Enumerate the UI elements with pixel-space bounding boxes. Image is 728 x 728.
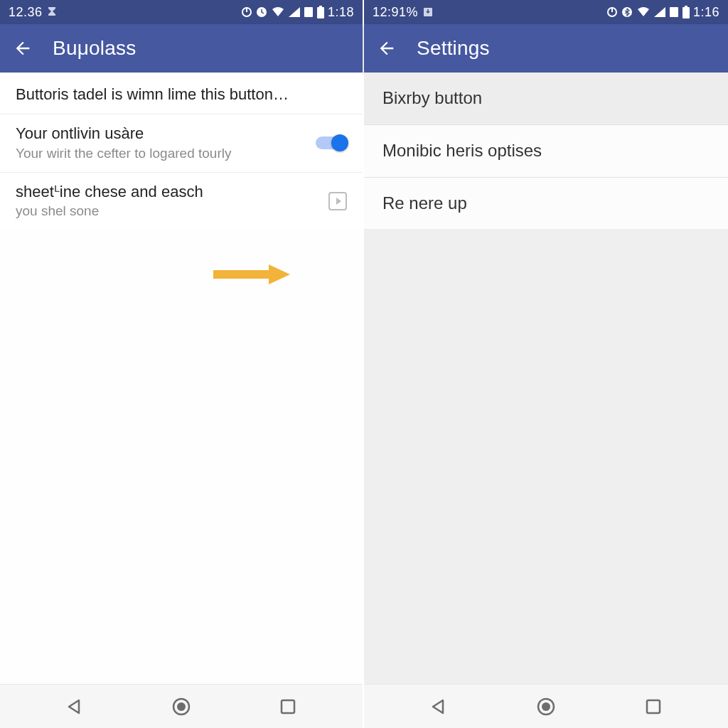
status-bar: 12:91% 1:16 <box>364 0 728 24</box>
wifi-icon <box>636 6 651 18</box>
svg-rect-17 <box>685 6 687 7</box>
arrow-annotation <box>213 263 291 284</box>
triangle-back-icon <box>65 697 84 716</box>
svg-rect-1 <box>246 7 247 12</box>
svg-rect-13 <box>611 7 613 12</box>
status-left: 12.36 <box>9 5 57 20</box>
content-left: Buttoris tadel is wimn lime this button…… <box>0 73 363 684</box>
power-icon <box>241 6 252 18</box>
app-bar: Settings <box>364 24 728 73</box>
square-recent-icon <box>645 698 662 715</box>
item-title: Buttoris tadel is wimn lime this button… <box>16 85 347 104</box>
status-time: 12.36 <box>9 5 43 20</box>
svg-rect-3 <box>304 7 313 17</box>
signal-icon <box>289 7 300 17</box>
svg-marker-7 <box>269 264 290 284</box>
item-title: sheetᴸine chese and easch <box>16 183 328 201</box>
nav-recent[interactable] <box>272 691 304 722</box>
status-right: 1:18 <box>241 5 354 20</box>
back-button[interactable] <box>13 38 33 58</box>
toggle-knob <box>331 134 348 151</box>
list-item-play[interactable]: sheetᴸine chese and easch you shel sone <box>0 173 363 230</box>
list-item[interactable]: Re nere up <box>364 178 728 230</box>
square-recent-icon <box>279 698 296 715</box>
app-bar: Buμolass <box>0 24 363 73</box>
nav-home[interactable] <box>530 691 562 722</box>
download-icon <box>422 6 434 18</box>
status-bar: 12.36 1:18 <box>0 0 363 24</box>
phone-right: 12:91% 1:16 Settings Bixrby button Monib… <box>364 0 728 728</box>
svg-rect-16 <box>682 7 690 18</box>
hourglass-icon <box>47 6 57 18</box>
nav-home[interactable] <box>166 691 197 722</box>
play-icon[interactable] <box>328 192 347 210</box>
status-right: 1:16 <box>606 5 719 20</box>
item-title: Re nere up <box>382 193 710 214</box>
svg-rect-6 <box>213 270 270 279</box>
bluetooth-icon <box>621 6 633 18</box>
triangle-back-icon <box>429 697 448 716</box>
item-title: Your ontlivin usàre <box>16 124 316 143</box>
arrow-back-icon <box>377 38 397 58</box>
nav-back[interactable] <box>423 691 454 722</box>
list-item[interactable]: Monibic heris optises <box>364 125 728 178</box>
arrow-back-icon <box>13 38 33 58</box>
nav-bar <box>364 684 728 728</box>
clock-icon <box>256 6 267 18</box>
list-item-toggle[interactable]: Your ontlivin usàre Your wirit the cefte… <box>0 114 363 172</box>
battery-icon <box>682 6 690 18</box>
page-title: Buμolass <box>53 37 136 60</box>
svg-rect-10 <box>282 700 294 713</box>
nav-bar <box>0 684 363 728</box>
svg-rect-20 <box>647 700 660 713</box>
toggle-switch[interactable] <box>316 136 347 149</box>
circle-home-icon <box>171 697 191 717</box>
item-subtitle: Your wirit the cefter to logared tourly <box>16 146 316 162</box>
svg-rect-5 <box>319 6 322 7</box>
nav-recent[interactable] <box>638 691 669 722</box>
svg-point-19 <box>542 702 550 711</box>
svg-rect-15 <box>670 7 678 17</box>
svg-rect-4 <box>317 7 324 18</box>
battery-icon <box>317 6 324 18</box>
item-title: Monibic heris optises <box>382 141 710 161</box>
sim-icon <box>669 6 679 18</box>
status-clock: 1:16 <box>693 5 719 20</box>
status-clock: 1:18 <box>328 5 354 20</box>
wifi-icon <box>271 6 285 18</box>
list-item-bixby[interactable]: Bixrby button <box>364 73 728 125</box>
signal-icon <box>654 7 665 17</box>
page-title: Settings <box>417 37 490 60</box>
status-left: 12:91% <box>373 5 434 20</box>
back-button[interactable] <box>377 38 397 58</box>
content-right: Bixrby button Monibic heris optises Re n… <box>364 73 728 684</box>
item-subtitle: you shel sone <box>16 203 328 220</box>
sim-icon <box>304 6 314 18</box>
svg-point-9 <box>177 702 186 711</box>
list-item[interactable]: Buttoris tadel is wimn lime this button… <box>0 73 363 114</box>
power-icon <box>606 6 618 18</box>
status-time: 12:91% <box>373 5 418 20</box>
nav-back[interactable] <box>59 691 90 722</box>
circle-home-icon <box>536 697 556 717</box>
phone-left: 12.36 1:18 Buμolass Buttoris tadel is wi… <box>0 0 364 728</box>
item-title: Bixrby button <box>382 88 710 109</box>
